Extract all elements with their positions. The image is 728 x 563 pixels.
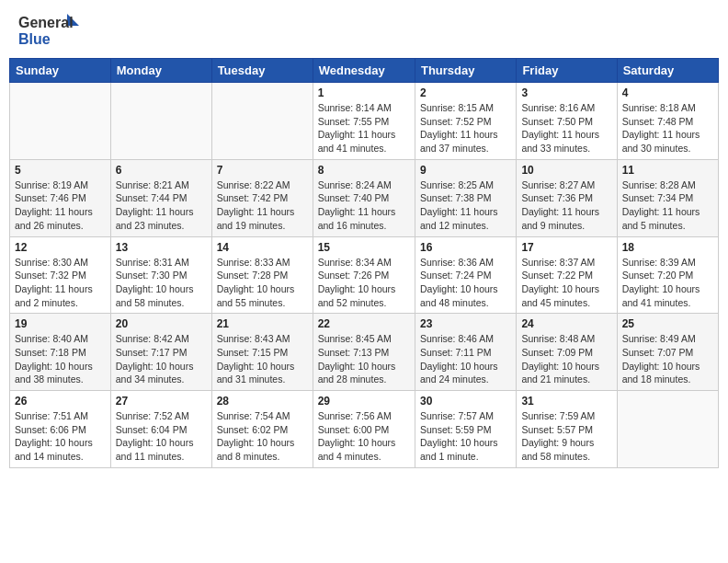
calendar-empty-cell: [617, 391, 718, 468]
day-info: Sunrise: 8:24 AM Sunset: 7:40 PM Dayligh…: [318, 178, 410, 233]
day-info: Sunrise: 7:57 AM Sunset: 5:59 PM Dayligh…: [420, 409, 511, 464]
day-number: 14: [217, 241, 308, 254]
calendar-header-row: SundayMondayTuesdayWednesdayThursdayFrid…: [10, 59, 719, 83]
day-number: 5: [15, 164, 106, 177]
calendar-day-23: 23Sunrise: 8:46 AM Sunset: 7:11 PM Dayli…: [415, 314, 516, 391]
calendar-day-30: 30Sunrise: 7:57 AM Sunset: 5:59 PM Dayli…: [415, 391, 516, 468]
calendar-day-1: 1Sunrise: 8:14 AM Sunset: 7:55 PM Daylig…: [313, 83, 415, 160]
day-info: Sunrise: 8:48 AM Sunset: 7:09 PM Dayligh…: [521, 332, 611, 386]
day-info: Sunrise: 7:56 AM Sunset: 6:00 PM Dayligh…: [318, 409, 410, 464]
day-number: 4: [622, 86, 713, 99]
calendar-day-31: 31Sunrise: 7:59 AM Sunset: 5:57 PM Dayli…: [517, 391, 617, 468]
day-number: 29: [318, 395, 410, 408]
day-info: Sunrise: 8:16 AM Sunset: 7:50 PM Dayligh…: [521, 101, 611, 155]
day-info: Sunrise: 8:30 AM Sunset: 7:32 PM Dayligh…: [15, 256, 106, 310]
day-number: 28: [217, 395, 308, 408]
day-number: 26: [15, 395, 106, 408]
day-info: Sunrise: 8:46 AM Sunset: 7:11 PM Dayligh…: [420, 332, 511, 386]
day-number: 7: [217, 164, 308, 177]
col-header-monday: Monday: [110, 59, 211, 83]
day-number: 9: [420, 164, 511, 177]
calendar-day-12: 12Sunrise: 8:30 AM Sunset: 7:32 PM Dayli…: [10, 236, 111, 314]
day-info: Sunrise: 8:42 AM Sunset: 7:17 PM Dayligh…: [116, 332, 207, 386]
day-info: Sunrise: 8:33 AM Sunset: 7:28 PM Dayligh…: [217, 256, 308, 310]
calendar-day-16: 16Sunrise: 8:36 AM Sunset: 7:24 PM Dayli…: [415, 236, 516, 314]
day-info: Sunrise: 8:37 AM Sunset: 7:22 PM Dayligh…: [521, 256, 611, 310]
calendar-day-17: 17Sunrise: 8:37 AM Sunset: 7:22 PM Dayli…: [517, 236, 617, 314]
day-info: Sunrise: 8:45 AM Sunset: 7:13 PM Dayligh…: [318, 332, 410, 386]
day-info: Sunrise: 8:49 AM Sunset: 7:07 PM Dayligh…: [622, 332, 713, 386]
day-info: Sunrise: 8:43 AM Sunset: 7:15 PM Dayligh…: [217, 332, 308, 386]
calendar-day-20: 20Sunrise: 8:42 AM Sunset: 7:17 PM Dayli…: [110, 314, 211, 391]
calendar-empty-cell: [110, 83, 211, 160]
calendar-day-25: 25Sunrise: 8:49 AM Sunset: 7:07 PM Dayli…: [617, 314, 718, 391]
calendar-day-18: 18Sunrise: 8:39 AM Sunset: 7:20 PM Dayli…: [617, 236, 718, 314]
calendar-day-13: 13Sunrise: 8:31 AM Sunset: 7:30 PM Dayli…: [110, 236, 211, 314]
day-number: 15: [318, 241, 410, 254]
calendar-day-6: 6Sunrise: 8:21 AM Sunset: 7:44 PM Daylig…: [110, 159, 211, 236]
day-info: Sunrise: 8:25 AM Sunset: 7:38 PM Dayligh…: [420, 178, 511, 233]
day-number: 16: [420, 241, 511, 254]
day-number: 21: [217, 317, 308, 330]
svg-text:General: General: [18, 15, 74, 30]
day-info: Sunrise: 8:31 AM Sunset: 7:30 PM Dayligh…: [116, 256, 207, 310]
col-header-saturday: Saturday: [617, 59, 718, 83]
day-number: 18: [622, 241, 713, 254]
col-header-thursday: Thursday: [415, 59, 516, 83]
calendar-empty-cell: [211, 83, 313, 160]
calendar-day-14: 14Sunrise: 8:33 AM Sunset: 7:28 PM Dayli…: [211, 236, 313, 314]
day-info: Sunrise: 8:19 AM Sunset: 7:46 PM Dayligh…: [15, 178, 106, 233]
calendar-day-19: 19Sunrise: 8:40 AM Sunset: 7:18 PM Dayli…: [10, 314, 111, 391]
calendar-day-21: 21Sunrise: 8:43 AM Sunset: 7:15 PM Dayli…: [211, 314, 313, 391]
day-number: 13: [116, 241, 207, 254]
calendar-empty-cell: [10, 83, 111, 160]
day-number: 12: [15, 241, 106, 254]
calendar-day-3: 3Sunrise: 8:16 AM Sunset: 7:50 PM Daylig…: [517, 83, 617, 160]
calendar-week-row: 26Sunrise: 7:51 AM Sunset: 6:06 PM Dayli…: [10, 391, 719, 468]
day-number: 8: [318, 164, 410, 177]
day-info: Sunrise: 8:27 AM Sunset: 7:36 PM Dayligh…: [521, 178, 611, 233]
day-number: 1: [318, 86, 410, 99]
calendar-day-10: 10Sunrise: 8:27 AM Sunset: 7:36 PM Dayli…: [517, 159, 617, 236]
day-info: Sunrise: 8:40 AM Sunset: 7:18 PM Dayligh…: [15, 332, 106, 386]
generalblue-logo: GeneralBlue: [17, 9, 81, 51]
calendar-day-29: 29Sunrise: 7:56 AM Sunset: 6:00 PM Dayli…: [313, 391, 415, 468]
calendar-day-11: 11Sunrise: 8:28 AM Sunset: 7:34 PM Dayli…: [617, 159, 718, 236]
day-info: Sunrise: 7:51 AM Sunset: 6:06 PM Dayligh…: [15, 409, 106, 464]
col-header-friday: Friday: [517, 59, 617, 83]
day-number: 17: [521, 241, 611, 254]
calendar-day-28: 28Sunrise: 7:54 AM Sunset: 6:02 PM Dayli…: [211, 391, 313, 468]
day-number: 30: [420, 395, 511, 408]
calendar-week-row: 1Sunrise: 8:14 AM Sunset: 7:55 PM Daylig…: [10, 83, 719, 160]
day-info: Sunrise: 8:21 AM Sunset: 7:44 PM Dayligh…: [116, 178, 207, 233]
calendar-week-row: 12Sunrise: 8:30 AM Sunset: 7:32 PM Dayli…: [10, 236, 719, 314]
col-header-wednesday: Wednesday: [313, 59, 415, 83]
calendar-table: SundayMondayTuesdayWednesdayThursdayFrid…: [9, 58, 719, 468]
day-info: Sunrise: 7:59 AM Sunset: 5:57 PM Dayligh…: [521, 409, 611, 464]
calendar-day-4: 4Sunrise: 8:18 AM Sunset: 7:48 PM Daylig…: [617, 83, 718, 160]
svg-text:Blue: Blue: [18, 31, 51, 47]
day-number: 20: [116, 317, 207, 330]
day-number: 11: [622, 164, 713, 177]
day-info: Sunrise: 8:15 AM Sunset: 7:52 PM Dayligh…: [420, 101, 511, 155]
col-header-tuesday: Tuesday: [211, 59, 313, 83]
day-info: Sunrise: 8:14 AM Sunset: 7:55 PM Dayligh…: [318, 101, 410, 155]
calendar-day-2: 2Sunrise: 8:15 AM Sunset: 7:52 PM Daylig…: [415, 83, 516, 160]
day-info: Sunrise: 8:22 AM Sunset: 7:42 PM Dayligh…: [217, 178, 308, 233]
day-info: Sunrise: 8:28 AM Sunset: 7:34 PM Dayligh…: [622, 178, 713, 233]
day-number: 10: [521, 164, 611, 177]
calendar-day-5: 5Sunrise: 8:19 AM Sunset: 7:46 PM Daylig…: [10, 159, 111, 236]
calendar-day-7: 7Sunrise: 8:22 AM Sunset: 7:42 PM Daylig…: [211, 159, 313, 236]
calendar-day-8: 8Sunrise: 8:24 AM Sunset: 7:40 PM Daylig…: [313, 159, 415, 236]
calendar-week-row: 19Sunrise: 8:40 AM Sunset: 7:18 PM Dayli…: [10, 314, 719, 391]
day-info: Sunrise: 8:34 AM Sunset: 7:26 PM Dayligh…: [318, 256, 410, 310]
calendar-day-22: 22Sunrise: 8:45 AM Sunset: 7:13 PM Dayli…: [313, 314, 415, 391]
day-info: Sunrise: 8:36 AM Sunset: 7:24 PM Dayligh…: [420, 256, 511, 310]
header: GeneralBlue: [9, 9, 719, 51]
day-number: 27: [116, 395, 207, 408]
day-info: Sunrise: 8:18 AM Sunset: 7:48 PM Dayligh…: [622, 101, 713, 155]
calendar-day-15: 15Sunrise: 8:34 AM Sunset: 7:26 PM Dayli…: [313, 236, 415, 314]
day-number: 31: [521, 395, 611, 408]
calendar-day-26: 26Sunrise: 7:51 AM Sunset: 6:06 PM Dayli…: [10, 391, 111, 468]
day-number: 25: [622, 317, 713, 330]
